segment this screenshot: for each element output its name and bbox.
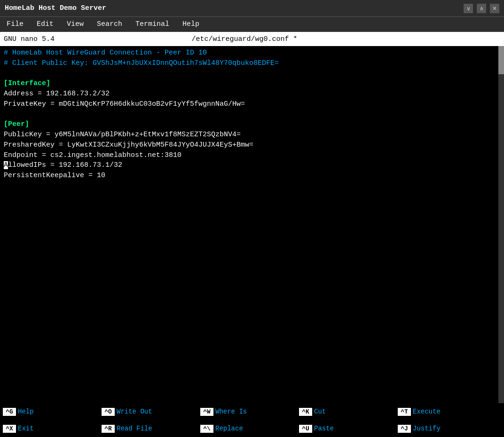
shortcut-label-help: Help bbox=[18, 408, 34, 415]
shortcut-row-2: ^X Exit ^R Read File ^\ Replace ^U Paste… bbox=[0, 420, 504, 437]
editor-line-3 bbox=[4, 69, 500, 79]
shortcut-read-file[interactable]: ^R Read File bbox=[99, 424, 197, 434]
shortcut-key-execute: ^T bbox=[398, 408, 411, 416]
shortcut-key-justify: ^J bbox=[398, 425, 411, 433]
scrollbar[interactable] bbox=[498, 46, 504, 403]
editor-line-2: # Client Public Key: GVShJsM+nJbUXxIDnnQ… bbox=[4, 58, 500, 69]
menu-edit[interactable]: Edit bbox=[34, 19, 56, 29]
editor-line-12: AllowedIPs = 192.168.73.1/32 bbox=[4, 160, 500, 171]
shortcut-write-out[interactable]: ^O Write Out bbox=[99, 407, 197, 417]
menu-bar: File Edit View Search Terminal Help bbox=[0, 17, 504, 32]
editor-line-6: PrivateKey = mDGtiNQcKrP76H6dkkuC03oB2vF… bbox=[4, 99, 500, 109]
shortcut-key-replace: ^\ bbox=[200, 425, 213, 433]
editor[interactable]: # HomeLab Host WireGuard Connection - Pe… bbox=[0, 46, 504, 403]
nano-header: GNU nano 5.4 /etc/wireguard/wg0.conf * bbox=[0, 32, 504, 46]
shortcut-key-exit: ^X bbox=[3, 425, 16, 433]
shortcut-key-write-out: ^O bbox=[102, 408, 115, 416]
shortcut-execute[interactable]: ^T Execute bbox=[395, 407, 494, 417]
shortcut-help[interactable]: ^G Help bbox=[0, 407, 99, 417]
shortcut-cut[interactable]: ^K Cut bbox=[296, 407, 395, 417]
shortcut-label-write-out: Write Out bbox=[117, 408, 152, 415]
editor-line-5: Address = 192.168.73.2/32 bbox=[4, 89, 500, 99]
shortcut-exit[interactable]: ^X Exit bbox=[0, 424, 99, 434]
editor-line-10: PresharedKey = LyKwtXI3CZxuKjjhy6kVbM5F8… bbox=[4, 140, 500, 150]
cursor: A bbox=[4, 161, 8, 169]
bottom-bar: ^G Help ^O Write Out ^W Where Is ^K Cut … bbox=[0, 403, 504, 437]
menu-help[interactable]: Help bbox=[180, 19, 202, 29]
shortcut-justify[interactable]: ^J Justify bbox=[395, 424, 494, 434]
window-title: HomeLab Host Demo Server bbox=[5, 4, 106, 12]
title-bar: HomeLab Host Demo Server ∨ ∧ ✕ bbox=[0, 0, 504, 17]
shortcut-label-exit: Exit bbox=[18, 425, 34, 432]
shortcut-row-1: ^G Help ^O Write Out ^W Where Is ^K Cut … bbox=[0, 403, 504, 420]
shortcut-where-is[interactable]: ^W Where Is bbox=[197, 407, 296, 417]
shortcut-paste[interactable]: ^U Paste bbox=[296, 424, 395, 434]
window-controls: ∨ ∧ ✕ bbox=[464, 4, 499, 13]
editor-line-9: PublicKey = y6M5lnNAVa/pBlPKbh+z+EtMxv1f… bbox=[4, 130, 500, 140]
nano-filename: /etc/wireguard/wg0.conf * bbox=[191, 35, 297, 43]
shortcut-label-execute: Execute bbox=[413, 408, 441, 415]
shortcut-label-justify: Justify bbox=[413, 425, 441, 432]
shortcut-key-cut: ^K bbox=[299, 408, 312, 416]
close-button[interactable]: ✕ bbox=[490, 4, 499, 13]
editor-line-1: # HomeLab Host WireGuard Connection - Pe… bbox=[4, 48, 500, 58]
shortcut-key-paste: ^U bbox=[299, 425, 312, 433]
shortcut-key-help: ^G bbox=[3, 408, 16, 416]
maximize-button[interactable]: ∧ bbox=[477, 4, 486, 13]
editor-line-13: PersistentKeepalive = 10 bbox=[4, 171, 500, 181]
editor-line-8: [Peer] bbox=[4, 119, 500, 130]
menu-terminal[interactable]: Terminal bbox=[133, 19, 172, 29]
editor-line-4: [Interface] bbox=[4, 78, 500, 89]
menu-file[interactable]: File bbox=[4, 19, 26, 29]
shortcut-label-where-is: Where Is bbox=[215, 408, 247, 415]
shortcut-replace[interactable]: ^\ Replace bbox=[197, 424, 296, 434]
editor-line-11: Endpoint = cs2.ingest.homelabhost.net:38… bbox=[4, 150, 500, 161]
menu-view[interactable]: View bbox=[64, 19, 87, 29]
editor-line-7 bbox=[4, 109, 500, 120]
shortcut-label-cut: Cut bbox=[314, 408, 326, 415]
nano-version: GNU nano 5.4 bbox=[4, 35, 55, 43]
shortcut-key-where-is: ^W bbox=[200, 408, 213, 416]
shortcut-key-read-file: ^R bbox=[102, 425, 115, 433]
shortcut-label-paste: Paste bbox=[314, 425, 334, 432]
shortcut-label-replace: Replace bbox=[215, 425, 243, 432]
menu-search[interactable]: Search bbox=[94, 19, 125, 29]
minimize-button[interactable]: ∨ bbox=[464, 4, 473, 13]
scrollbar-thumb[interactable] bbox=[498, 46, 504, 74]
shortcut-label-read-file: Read File bbox=[117, 425, 152, 432]
